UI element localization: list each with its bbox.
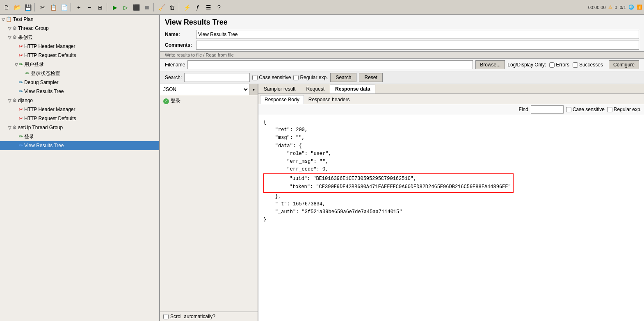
guochuangyun-icon: ⚙: [12, 34, 17, 40]
errors-checkbox[interactable]: [549, 62, 555, 68]
remote-start-button[interactable]: ⚡: [182, 2, 192, 12]
view-results-2-icon: ✏: [19, 143, 23, 148]
sidebar-label-user-login: 用户登录: [24, 61, 44, 68]
search-input[interactable]: [184, 73, 250, 82]
copy-button[interactable]: 📋: [48, 2, 58, 12]
panel-title: View Results Tree: [160, 15, 644, 28]
sidebar: ▽ 📋 Test Plan ▽ ⚙ Thread Group ▽ ⚙ 果创云 ▷…: [0, 15, 160, 321]
toolbar: 🗋 📂 💾 ✂ 📋 📄 + − ⊞ ▶ ▷ ⬛ ⏹ 🧹 🗑 ⚡ ƒ ☰ ? 00…: [0, 0, 644, 15]
open-button[interactable]: 📂: [12, 2, 22, 12]
toggle-thread-group[interactable]: ▽: [8, 26, 11, 31]
browse-button[interactable]: Browse...: [475, 60, 505, 69]
find-regular-exp-checkbox[interactable]: [607, 107, 612, 112]
clear-all-button[interactable]: 🧹: [157, 2, 167, 12]
sidebar-label-setup-thread-group: setUp Thread Group: [18, 125, 63, 130]
json-line9: "token": "CE390E9DE42BB680A471EAFFFEC0A6…: [266, 184, 511, 190]
save-button[interactable]: 💾: [23, 2, 33, 12]
help-button[interactable]: ?: [214, 2, 224, 12]
toggle-user-login[interactable]: ▽: [15, 62, 18, 67]
json-line4: "data": {: [263, 143, 302, 149]
cut-button[interactable]: ✂: [38, 2, 48, 12]
case-sensitive-label[interactable]: Case sensitive: [252, 75, 291, 80]
sidebar-item-test-plan[interactable]: ▽ 📋 Test Plan: [0, 15, 159, 24]
denglu-icon: ✏: [19, 134, 23, 139]
case-sensitive-checkbox[interactable]: [252, 75, 258, 80]
sidebar-item-denglu[interactable]: ▷ ✏ 登录: [0, 132, 159, 141]
sidebar-item-http-header-mgr[interactable]: ▷ ✂ HTTP Header Manager: [0, 42, 159, 51]
tab-sampler-result[interactable]: Sampler result: [258, 84, 301, 93]
results-dropdown: JSON ▾: [160, 84, 258, 95]
login-status-icon: ✏: [25, 71, 30, 76]
sidebar-item-django-http-header[interactable]: ▷ ✂ HTTP Header Manager: [0, 105, 159, 114]
search-button[interactable]: Search: [330, 73, 356, 82]
sub-tabs-row: Response Body Response headers: [258, 94, 644, 104]
remove-button[interactable]: −: [84, 2, 94, 12]
errors-checkbox-label[interactable]: Errors: [549, 62, 569, 68]
successes-checkbox[interactable]: [573, 62, 578, 68]
success-icon: ✓: [163, 98, 169, 104]
clear-button[interactable]: 🗑: [167, 2, 177, 12]
json-line1: {: [263, 119, 266, 125]
scroll-auto-checkbox[interactable]: [163, 314, 169, 319]
regular-exp-checkbox[interactable]: [293, 75, 299, 80]
find-regular-exp-text: Regular exp.: [614, 107, 642, 112]
search-label: Search:: [165, 75, 182, 80]
filename-row: Filename Browse... Log/Display Only: Err…: [160, 59, 644, 71]
new-button[interactable]: 🗋: [2, 2, 11, 12]
find-case-sensitive-checkbox[interactable]: [566, 107, 571, 112]
tab-request[interactable]: Request: [301, 84, 330, 93]
regular-exp-label[interactable]: Regular exp.: [293, 75, 328, 80]
dropdown-arrow-button[interactable]: ▾: [249, 84, 258, 95]
results-tree-item-denglu[interactable]: ✓ 登录: [162, 97, 256, 105]
sub-tab-response-headers[interactable]: Response headers: [304, 95, 354, 104]
name-row: Name:: [165, 30, 639, 39]
paste-button[interactable]: 📄: [59, 2, 69, 12]
sidebar-item-login-status[interactable]: ▷ ✏ 登录状态检查: [0, 69, 159, 78]
comments-input[interactable]: [196, 41, 639, 50]
sidebar-label-http-request-defaults: HTTP Request Defaults: [24, 52, 76, 58]
run-button[interactable]: ▶: [110, 2, 120, 12]
name-input[interactable]: [196, 30, 639, 39]
sidebar-label-django-http-header: HTTP Header Manager: [24, 107, 75, 112]
find-input[interactable]: [531, 105, 564, 114]
tab-response-data[interactable]: Response data: [330, 84, 375, 93]
stop-button[interactable]: ⬛: [131, 2, 141, 12]
successes-checkbox-label[interactable]: Successes: [573, 62, 603, 68]
toggle-setup-thread-group[interactable]: ▽: [8, 125, 11, 130]
filename-input[interactable]: [187, 60, 473, 69]
sidebar-item-django-http-defaults[interactable]: ▷ ✂ HTTP Request Defaults: [0, 114, 159, 123]
shutdown-button[interactable]: ⏹: [142, 2, 152, 12]
start-no-pause-button[interactable]: ▷: [121, 2, 130, 12]
scroll-auto-row: Scroll automatically?: [160, 312, 258, 321]
sidebar-label-django: django: [18, 98, 33, 103]
sidebar-item-debug-sampler[interactable]: ▷ ✏ Debug Sampler: [0, 78, 159, 87]
find-bar: Find Case sensitive Regular exp.: [258, 104, 644, 115]
panel-form: Name: Comments:: [160, 28, 644, 51]
results-format-select[interactable]: JSON: [160, 84, 249, 95]
sidebar-item-user-login[interactable]: ▽ ✏ 用户登录: [0, 60, 159, 69]
main-layout: ▽ 📋 Test Plan ▽ ⚙ Thread Group ▽ ⚙ 果创云 ▷…: [0, 15, 644, 321]
sidebar-item-setup-thread-group[interactable]: ▽ ⚙ setUp Thread Group: [0, 123, 159, 132]
toggle-test-plan[interactable]: ▽: [2, 17, 5, 22]
sidebar-item-guochuangyun[interactable]: ▽ ⚙ 果创云: [0, 33, 159, 42]
sidebar-label-view-results-2: View Results Tree: [24, 143, 64, 148]
sidebar-item-django[interactable]: ▽ ⚙ django: [0, 96, 159, 105]
find-case-sensitive-label[interactable]: Case sensitive: [566, 107, 605, 112]
toggle-django[interactable]: ▽: [8, 98, 11, 103]
function-button[interactable]: ƒ: [193, 2, 203, 12]
sub-tab-response-body[interactable]: Response Body: [260, 95, 304, 104]
duplicate-button[interactable]: ⊞: [95, 2, 105, 12]
globe-icon: 🌐: [628, 5, 634, 10]
find-regular-exp-label[interactable]: Regular exp.: [607, 107, 642, 112]
configure-button[interactable]: Configure: [609, 60, 639, 69]
sidebar-item-http-request-defaults[interactable]: ▷ ✂ HTTP Request Defaults: [0, 51, 159, 60]
sidebar-item-thread-group[interactable]: ▽ ⚙ Thread Group: [0, 24, 159, 33]
json-line10: },: [263, 194, 281, 199]
reset-button[interactable]: Reset: [359, 73, 382, 82]
toggle-guochuangyun[interactable]: ▽: [8, 35, 11, 40]
sidebar-item-view-results-2[interactable]: ▷ ✏ View Results Tree: [0, 141, 159, 150]
sidebar-item-view-results-1[interactable]: ▷ ✏ View Results Tree: [0, 87, 159, 96]
add-button[interactable]: +: [74, 2, 84, 12]
list-button[interactable]: ☰: [203, 2, 213, 12]
scroll-auto-label: Scroll automatically?: [170, 314, 215, 319]
